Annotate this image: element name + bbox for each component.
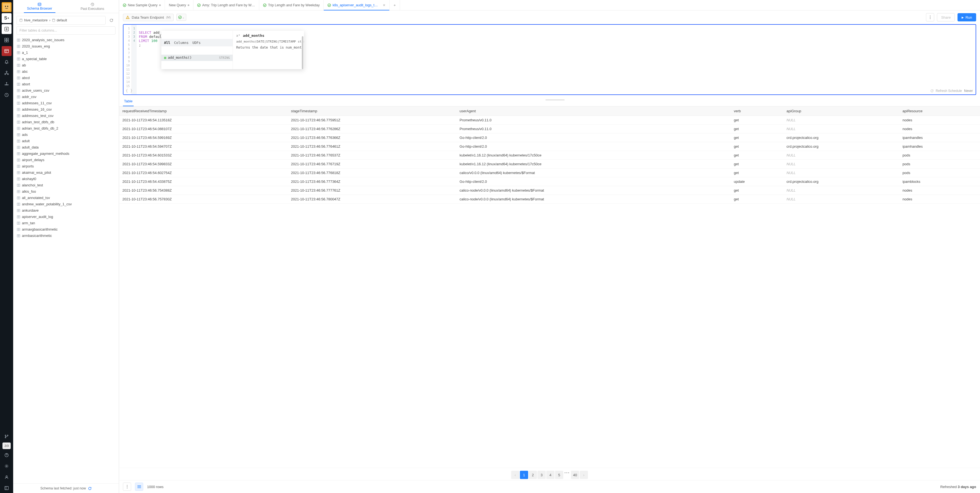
pager-next[interactable]: › [580,471,588,479]
table-item[interactable]: akshayt0 [16,176,118,182]
sql-editor-icon[interactable] [2,46,11,56]
history-icon[interactable] [2,90,11,100]
pager-prev[interactable]: ‹ [511,471,519,479]
refresh-icon[interactable] [88,487,92,490]
workspace-tab[interactable]: New Sample Query [119,0,165,10]
table-row[interactable]: 2021-10-11T23:46:54.599833Z2021-10-11T23… [119,160,980,169]
table-item[interactable]: adult [16,138,118,144]
column-header[interactable]: requestReceivedTimestamp [119,107,288,116]
table-item[interactable]: abcd [16,75,118,81]
table-item[interactable]: airports [16,163,118,169]
endpoint-selector[interactable]: Data Team Endpoint (M) [123,14,173,21]
table-item[interactable]: akaimai_wsa_pilot [16,169,118,176]
table-item[interactable]: ads [16,131,118,138]
refresh-icon[interactable] [930,89,934,93]
table-row[interactable]: 2021-10-11T23:46:54.601533Z2021-10-11T23… [119,151,980,160]
ac-tab-all[interactable]: All [164,41,170,45]
refresh-schema-button[interactable] [107,16,116,24]
view-mode-button[interactable] [135,483,143,491]
status-kebab-button[interactable] [123,483,131,491]
workspace-tab[interactable]: k8s_apiserver_audit_logs_table_list✕ [324,0,390,10]
share-button[interactable]: Share [937,13,955,21]
filter-input[interactable] [16,26,116,35]
column-header[interactable]: stageTimestamp [288,107,457,116]
table-item[interactable]: a_1 [16,49,118,56]
table-item[interactable]: adrian_test_dbfs_db [16,119,118,125]
workspace-tab[interactable]: New Query [165,0,193,10]
settings-icon[interactable] [2,461,11,471]
table-row[interactable]: 2021-10-11T23:46:54.088107Z2021-10-11T23… [119,124,980,133]
alerts-icon[interactable] [2,57,11,67]
schema-path[interactable]: hive_metastore › default [16,16,106,25]
run-button[interactable]: ▶Run [958,13,976,21]
table-item[interactable]: arm_tan [16,220,118,226]
table-row[interactable]: 2021-10-11T23:46:54.113518Z2021-10-11T23… [119,116,980,124]
compute-icon[interactable] [2,79,11,89]
dashboards-icon[interactable] [2,35,11,45]
sql-editor[interactable]: 123456789101112131415 1234 SELECT add_mo… [123,24,976,95]
help-icon[interactable] [2,450,11,460]
pager-page[interactable]: 40 [571,471,579,479]
pager-page[interactable]: 5 [555,471,563,479]
braces-icon[interactable]: { } [126,88,132,93]
column-header[interactable]: verb [730,107,783,116]
pager-page[interactable]: 2 [529,471,537,479]
sidebar-tab-past[interactable]: Past Executions [66,0,119,13]
new-query-icon[interactable] [2,24,11,34]
table-item[interactable]: alanchoi_test [16,182,118,188]
data-icon[interactable] [2,68,11,78]
column-header[interactable]: apiResource [899,107,980,116]
ac-tab-columns[interactable]: Columns [174,41,189,45]
table-row[interactable]: 2021-10-11T23:46:56.757830Z2021-10-11T23… [119,195,980,204]
table-item[interactable]: armavgbasicarithmetic [16,226,118,233]
pager-page[interactable]: 4 [546,471,554,479]
table-row[interactable]: 2021-10-11T23:46:54.602754Z2021-10-11T23… [119,169,980,177]
workspace-switch-icon[interactable]: S▾ [2,13,11,23]
table-item[interactable]: abc [16,69,118,75]
editor-code[interactable]: SELECT add_mo FROM default. LIMIT 100 ; … [137,25,975,94]
table-item[interactable]: ankurdave [16,207,118,214]
table-item[interactable]: andrew_water_potability_1_csv [16,201,118,207]
table-item[interactable]: a_special_table [16,56,118,62]
table-item[interactable]: all_annotated_tsv [16,195,118,201]
table-row[interactable]: 2021-10-11T23:46:54.433875Z2021-10-11T23… [119,177,980,186]
workspace-avatar-icon[interactable] [2,2,11,12]
column-header[interactable]: apiGroup [783,107,899,116]
table-item[interactable]: armbasicarithmetic [16,233,118,239]
table-item[interactable]: addresses_16_csv [16,106,118,113]
pager-page[interactable]: 1 [520,471,528,479]
endpoint-status-button[interactable]: ⌄ [177,14,186,21]
resize-handle[interactable] [546,99,565,101]
table-item[interactable]: adult_data [16,144,118,150]
table-item[interactable]: alkis_foo [16,188,118,195]
table-row[interactable]: 2021-10-11T23:46:56.754388Z2021-10-11T23… [119,186,980,195]
table-row[interactable]: 2021-10-11T23:46:54.594707Z2021-10-11T23… [119,142,980,151]
sidebar-tab-schema[interactable]: Schema Browser [13,0,66,13]
table-item[interactable]: addresses_test_csv [16,113,118,119]
pager-page[interactable]: 3 [538,471,546,479]
refresh-schedule-label[interactable]: Refresh Schedule [936,89,962,93]
ac-tab-udfs[interactable]: UDFs [192,41,200,45]
table-item[interactable]: active_users_csv [16,87,118,94]
result-tab-table[interactable]: Table [123,97,134,106]
table-item[interactable]: 2020_issues_eng [16,43,118,49]
branch-icon[interactable] [2,431,11,441]
kebab-menu-button[interactable] [926,13,934,21]
table-item[interactable]: apiserver_audit_log [16,214,118,220]
workspace-tab[interactable]: Amy: Trip Length and Fare by Wee... [193,0,259,10]
table-item[interactable]: addr_csv [16,94,118,100]
add-tab-button[interactable]: ＋ [390,0,400,10]
table-item[interactable]: adrian_test_dbfs_db_2 [16,125,118,131]
table-item[interactable]: ab [16,62,118,69]
collapse-sidebar-icon[interactable] [2,483,11,493]
autocomplete-item[interactable]: add_months() STRING [161,54,233,61]
table-item[interactable]: airport_delays [16,157,118,163]
scrollbar[interactable] [302,36,304,69]
table-item[interactable]: addresses_11_csv [16,100,118,106]
table-row[interactable]: 2021-10-11T23:46:54.599169Z2021-10-11T23… [119,133,980,142]
table-item[interactable]: 2020_analysis_sec_issues [16,37,118,43]
user-icon[interactable] [2,472,11,482]
workspace-tab[interactable]: Trip Length and Fare by Weekday [259,0,324,10]
close-icon[interactable]: ✕ [383,3,385,7]
table-item[interactable]: abort [16,81,118,87]
